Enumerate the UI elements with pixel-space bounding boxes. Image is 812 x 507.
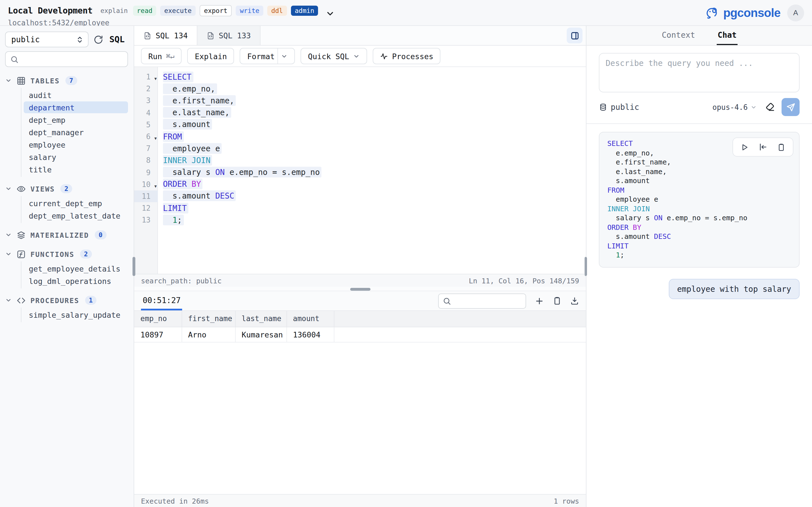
format-button[interactable]: Format [240,48,295,64]
permission-badge-admin[interactable]: admin [291,5,318,15]
line-number: 8 [134,155,158,166]
code-text: FROM [163,131,184,142]
avatar[interactable]: A [787,4,804,21]
editor-tab-sql-133[interactable]: SQL 133 [197,26,260,45]
code-text: e.emp_no, [163,83,217,94]
tree-section-header-procedures[interactable]: PROCEDURES1 [5,293,128,307]
code-icon [16,295,26,305]
tree-item-department[interactable]: department [24,101,128,113]
sidebar-resize-handle[interactable] [133,257,135,276]
line-number: 12 [134,202,158,214]
download-results-icon[interactable] [570,296,579,305]
tree-section-header-tables[interactable]: TABLES7 [5,73,128,88]
results-search-input[interactable] [455,297,522,305]
tree-item-dept_emp[interactable]: dept_emp [24,114,128,126]
schema-chip[interactable]: public [599,103,639,112]
results-splitter[interactable] [134,287,586,291]
sidebar-search[interactable] [5,51,128,67]
explain-button[interactable]: Explain [188,48,234,64]
results-search[interactable] [438,293,526,308]
tree-item-current_dept_emp[interactable]: current_dept_emp [24,197,128,209]
tree-item-log_dml_operations[interactable]: log_dml_operations [24,275,128,287]
tree-item-get_employee_details[interactable]: get_employee_details [24,263,128,274]
send-button[interactable] [781,98,800,116]
assistant-code-line: s.amount DESC [607,232,791,241]
prompt-card [599,53,800,93]
assistant-tab-context[interactable]: Context [661,26,696,45]
chevron-down-icon[interactable] [5,77,12,84]
tree-item-audit[interactable]: audit [24,89,128,101]
tree-item-dept_emp_latest_date[interactable]: dept_emp_latest_date [24,210,128,221]
permission-badge-read[interactable]: read [133,5,156,15]
toggle-panel-button[interactable] [567,27,582,43]
tree-item-dept_manager[interactable]: dept_manager [24,126,128,138]
chevron-down-icon[interactable] [281,53,288,59]
tree-item-simple_salary_update[interactable]: simple_salary_update [24,309,128,321]
column-header-emp_no[interactable]: emp_no [134,311,182,327]
token [607,251,616,259]
chevron-down-icon[interactable] [5,251,12,258]
assistant-code-line: 1; [607,251,791,260]
copy-sql-block-icon[interactable] [777,143,785,151]
run-button[interactable]: Run ⌘↵ [141,48,182,64]
prompt-input[interactable] [606,59,793,87]
schema-select[interactable]: public [5,32,89,47]
token: e.emp_no, [163,84,215,93]
code-line: FROM [158,131,184,143]
tree-section-header-materialized[interactable]: MATERIALIZED0 [5,228,128,242]
chevron-down-icon[interactable] [5,231,12,238]
fn-icon [16,249,26,259]
add-result-tab-icon[interactable] [535,296,544,305]
refresh-schema-button[interactable] [94,35,103,44]
right-panel-resize-handle[interactable] [584,257,587,276]
token: e.emp_no = s.emp_no [225,168,320,177]
permission-badge-write[interactable]: write [236,5,263,15]
chevron-down-icon[interactable] [5,297,12,304]
chevron-down-icon [353,53,360,59]
results-empty-area [134,342,586,494]
permission-badge-explain[interactable]: explain [99,5,129,15]
assistant-tab-chat[interactable]: Chat [716,26,738,45]
permission-badge-execute[interactable]: execute [160,5,196,15]
code-line: e.last_name, [158,107,231,119]
clear-chat-button[interactable] [765,102,775,112]
chevron-down-icon[interactable] [326,10,335,18]
column-header-last_name[interactable]: last_name [235,311,287,327]
editor-line: 1▼SELECT [134,71,586,83]
chevrons-updown-icon [76,36,84,43]
table-row[interactable]: 10897ArnoKumaresan136004 [134,327,586,342]
tree-item-salary[interactable]: salary [24,151,128,163]
tree-section-label: MATERIALIZED [31,231,89,239]
column-header-amount[interactable]: amount [287,311,334,327]
column-header-first_name[interactable]: first_name [182,311,235,327]
tree-section-header-functions[interactable]: FUNCTIONS2 [5,247,128,262]
sql-editor[interactable]: 1▼SELECT2 e.emp_no,3 e.first_name,4 e.la… [134,67,586,274]
editor-line: 9 salary s ON e.emp_no = s.emp_no [134,166,586,178]
tree-section-header-views[interactable]: VIEWS2 [5,181,128,196]
result-timer-tab[interactable]: 00:51:27 [141,291,183,311]
insert-to-editor-icon[interactable] [758,143,767,152]
sidebar-search-input[interactable] [22,55,123,63]
line-number: 7 [134,143,158,154]
tree-item-employee[interactable]: employee [24,138,128,151]
quick-sql-button[interactable]: Quick SQL [301,48,367,64]
tree-section-functions: FUNCTIONS2get_employee_detailslog_dml_op… [5,247,128,288]
chevron-down-icon[interactable] [5,185,12,192]
run-sql-block-icon[interactable] [741,143,749,151]
copy-results-icon[interactable] [553,296,562,305]
model-select[interactable]: opus-4.6 [712,103,757,111]
permission-badge-ddl[interactable]: ddl [267,5,287,15]
tree-item-title[interactable]: title [24,163,128,175]
assistant-code-line: employee e [607,195,791,204]
code-line: s.amount [158,119,212,131]
token: INNER JOIN [163,156,211,165]
code-text: e.first_name, [163,95,236,106]
code-text: SELECT [163,71,193,82]
token: ON [654,214,663,222]
editor-tab-sql-134[interactable]: SQL 134 [134,26,197,45]
processes-button[interactable]: Processes [373,48,441,64]
permission-badge-export[interactable]: export [200,5,232,16]
sql-mode-label[interactable]: SQL [109,34,124,45]
splitter-grip[interactable] [350,288,370,291]
tree-section-count: 1 [85,296,97,305]
